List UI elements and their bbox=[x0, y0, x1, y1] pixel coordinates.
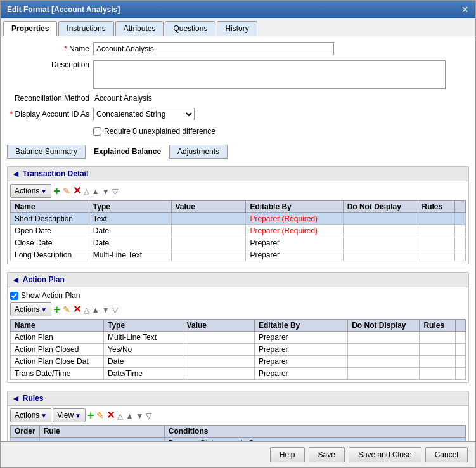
transaction-add-button[interactable]: + bbox=[53, 185, 61, 197]
table-row[interactable]: Action Plan Multi-Line Text Preparer bbox=[11, 332, 466, 344]
tab-questions[interactable]: Questions bbox=[165, 21, 215, 36]
td-scroll bbox=[455, 237, 466, 249]
td-value bbox=[171, 225, 246, 237]
sub-tab-balance-summary[interactable]: Balance Summary bbox=[7, 145, 86, 159]
table-row[interactable]: Short Description Text Preparer (Require… bbox=[11, 213, 466, 225]
tab-properties[interactable]: Properties bbox=[3, 21, 57, 36]
close-button[interactable]: ✕ bbox=[461, 4, 469, 15]
action-plan-down-bottom-button[interactable]: ▽ bbox=[112, 304, 119, 315]
td-type: Date bbox=[103, 356, 183, 368]
td-value bbox=[183, 368, 254, 380]
transaction-actions-button[interactable]: Actions ▼ bbox=[10, 184, 51, 198]
rules-th-rule: Rule bbox=[39, 426, 164, 438]
description-input[interactable] bbox=[93, 60, 446, 89]
rules-down-bottom-button[interactable]: ▽ bbox=[145, 410, 152, 420]
action-plan-edit-button[interactable]: ✎ bbox=[62, 304, 71, 315]
table-row[interactable]: Action Plan Closed Yes/No Preparer bbox=[11, 344, 466, 356]
td-editable: Preparer bbox=[254, 332, 347, 344]
save-close-button[interactable]: Save and Close bbox=[349, 447, 421, 462]
rules-actions-bar: Actions ▼ View ▼ + ✎ ✕ △ ▲ ▼ ▽ bbox=[10, 408, 466, 422]
rules-header: ◄ Rules bbox=[8, 391, 468, 406]
action-plan-up-top-button[interactable]: △ bbox=[83, 304, 90, 315]
tab-instructions[interactable]: Instructions bbox=[58, 21, 113, 36]
ap-th-rules: Rules bbox=[420, 320, 456, 332]
action-plan-up-button[interactable]: ▲ bbox=[91, 304, 100, 315]
td-name: Short Description bbox=[11, 213, 89, 225]
transaction-delete-button[interactable]: ✕ bbox=[72, 186, 82, 196]
rules-edit-button[interactable]: ✎ bbox=[96, 410, 105, 420]
rules-table-wrapper: Order Rule Conditions 1 Copy Transaction… bbox=[10, 425, 466, 441]
transaction-down-button[interactable]: ▼ bbox=[101, 186, 110, 196]
name-input[interactable] bbox=[93, 42, 334, 55]
table-row[interactable]: Trans Date/Time Date/Time Preparer bbox=[11, 368, 466, 380]
tab-bar: Properties Instructions Attributes Quest… bbox=[1, 18, 475, 36]
actions-dropdown-icon: ▼ bbox=[41, 188, 47, 195]
rules-up-top-button[interactable]: △ bbox=[117, 410, 124, 420]
td-editable: Preparer (Required) bbox=[246, 225, 343, 237]
rules-add-button[interactable]: + bbox=[87, 410, 95, 421]
sub-tab-explained-balance[interactable]: Explained Balance bbox=[86, 145, 169, 159]
require-checkbox[interactable] bbox=[93, 127, 101, 136]
td-name: Action Plan bbox=[11, 332, 104, 344]
show-action-plan-checkbox[interactable] bbox=[10, 292, 18, 300]
td-name: Action Plan Closed bbox=[11, 344, 104, 356]
rules-view-icon: ▼ bbox=[75, 412, 81, 419]
tab-history[interactable]: History bbox=[217, 21, 257, 36]
rules-content: Actions ▼ View ▼ + ✎ ✕ △ ▲ ▼ ▽ bbox=[8, 406, 468, 441]
td-scroll bbox=[456, 344, 466, 356]
table-row[interactable]: Close Date Date Preparer bbox=[11, 237, 466, 249]
table-row[interactable]: Long Description Multi-Line Text Prepare… bbox=[11, 249, 466, 261]
save-button[interactable]: Save bbox=[309, 447, 345, 462]
action-plan-down-button[interactable]: ▼ bbox=[101, 304, 110, 315]
rules-view-button[interactable]: View ▼ bbox=[53, 408, 86, 422]
rules-th-conditions: Conditions bbox=[164, 426, 465, 438]
transaction-down-bottom-button[interactable]: ▽ bbox=[112, 186, 119, 196]
action-plan-delete-button[interactable]: ✕ bbox=[72, 304, 82, 315]
td-value bbox=[183, 356, 254, 368]
sub-tab-bar: Balance Summary Explained Balance Adjust… bbox=[7, 145, 469, 159]
transaction-up-top-button[interactable]: △ bbox=[83, 186, 90, 196]
td-scroll bbox=[455, 249, 466, 261]
td-type: Date bbox=[89, 225, 171, 237]
td-editable: Preparer bbox=[254, 356, 347, 368]
display-select[interactable]: Concatenated String bbox=[93, 108, 195, 120]
action-plan-content: Show Action Plan Actions ▼ + ✎ ✕ △ ▲ ▼ ▽ bbox=[8, 287, 468, 382]
transaction-edit-button[interactable]: ✎ bbox=[62, 186, 71, 196]
rules-up-button[interactable]: ▲ bbox=[125, 410, 134, 420]
action-plan-add-button[interactable]: + bbox=[53, 304, 61, 315]
ap-th-scroll bbox=[456, 320, 466, 332]
window-title: Edit Format [Account Analysis] bbox=[7, 5, 120, 14]
display-row: * Display Account ID As Concatenated Str… bbox=[7, 108, 469, 120]
rules-table: Order Rule Conditions 1 Copy Transaction… bbox=[10, 425, 466, 441]
action-plan-actions-icon: ▼ bbox=[41, 306, 47, 313]
td-value bbox=[171, 237, 246, 249]
table-row[interactable]: Action Plan Close Dat Date Preparer bbox=[11, 356, 466, 368]
table-row[interactable]: Open Date Date Preparer (Required) bbox=[11, 225, 466, 237]
action-plan-actions-button[interactable]: Actions ▼ bbox=[10, 302, 51, 316]
rules-down-button[interactable]: ▼ bbox=[135, 410, 144, 420]
description-label: Description bbox=[7, 60, 89, 69]
table-row[interactable]: 1 Copy Transactions from Prior Re... Pre… bbox=[11, 438, 466, 442]
td-scroll bbox=[456, 332, 466, 344]
sub-tab-adjustments[interactable]: Adjustments bbox=[169, 145, 228, 159]
tab-attributes[interactable]: Attributes bbox=[115, 21, 164, 36]
action-plan-section: ◄ Action Plan Show Action Plan Actions ▼… bbox=[7, 272, 469, 383]
action-plan-table-wrapper: Name Type Value Editable By Do Not Displ… bbox=[10, 319, 466, 380]
title-bar: Edit Format [Account Analysis] ✕ bbox=[1, 1, 475, 18]
ap-th-value: Value bbox=[183, 320, 254, 332]
rules-label: Rules bbox=[23, 394, 44, 403]
action-plan-header: ◄ Action Plan bbox=[8, 273, 468, 287]
td-display bbox=[348, 368, 420, 380]
td-rules bbox=[420, 368, 456, 380]
td-editable: Preparer bbox=[246, 249, 343, 261]
rules-actions-button[interactable]: Actions ▼ bbox=[10, 408, 51, 422]
th-type: Type bbox=[89, 201, 171, 213]
td-scroll bbox=[456, 356, 466, 368]
action-plan-actions-bar: Actions ▼ + ✎ ✕ △ ▲ ▼ ▽ bbox=[10, 302, 466, 316]
main-window: Edit Format [Account Analysis] ✕ Propert… bbox=[0, 0, 476, 468]
transaction-up-button[interactable]: ▲ bbox=[91, 186, 100, 196]
cancel-button[interactable]: Cancel bbox=[425, 447, 468, 462]
help-button[interactable]: Help bbox=[270, 447, 305, 462]
rules-delete-button[interactable]: ✕ bbox=[106, 410, 115, 420]
transaction-detail-label: Transaction Detail bbox=[23, 169, 88, 178]
